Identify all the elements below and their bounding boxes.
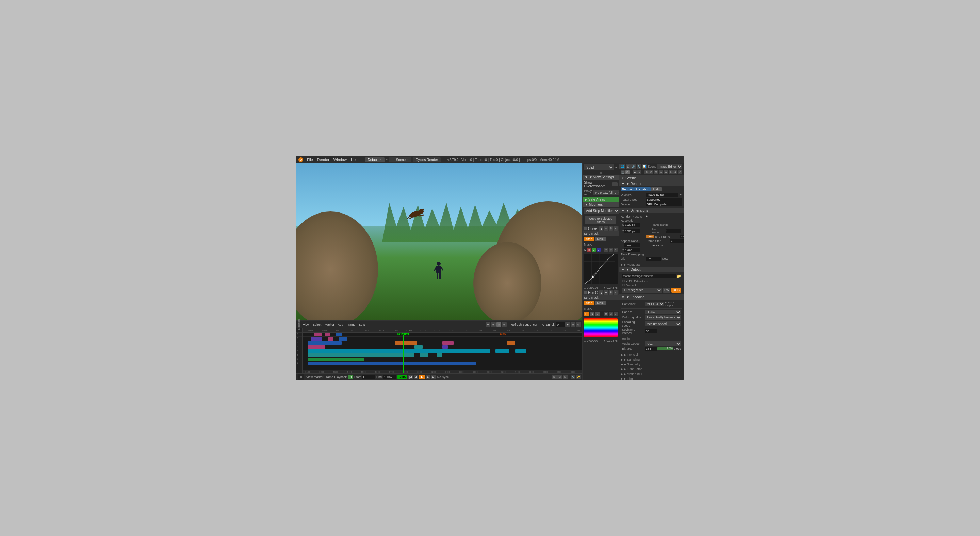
strip-2-1[interactable] (308, 357, 364, 361)
seq-icon-2[interactable]: ⊞ (491, 322, 496, 327)
sampling-section[interactable]: ▶ ▶ Sampling (619, 357, 684, 362)
render-button[interactable]: Render (620, 187, 633, 191)
strip-4-1[interactable] (308, 349, 490, 353)
seq-channel-input[interactable] (556, 322, 565, 327)
strip-8-1[interactable] (314, 333, 322, 337)
mask-btn-2[interactable]: Mask (595, 301, 607, 305)
presets-plus[interactable]: + (646, 215, 648, 218)
old-input[interactable] (646, 257, 661, 260)
hsv-s[interactable]: S (590, 312, 595, 316)
hsv-h[interactable]: H (584, 312, 589, 316)
copy-to-selected-button[interactable]: Copy to Selected Strips (585, 216, 616, 224)
channel-icon-1[interactable]: ⊙ (604, 247, 608, 252)
codec-select[interactable]: H.264 (645, 309, 681, 314)
presets-minus[interactable]: - (648, 215, 649, 218)
acodec-select[interactable]: AAC (645, 341, 681, 346)
strip-5-1[interactable] (308, 345, 325, 349)
encoding-header[interactable]: ▼ ▼ Encoding (619, 295, 684, 300)
hsv-icon-1[interactable]: ⊙ (604, 312, 608, 316)
strip-7-3[interactable] (339, 337, 347, 341)
tl-icon-4[interactable]: 🔧 (571, 375, 576, 379)
percent-badge[interactable]: 100% (646, 235, 654, 238)
track-1[interactable] (302, 361, 582, 365)
motion-blur-section[interactable]: ▶ ▶ Motion Blur (619, 372, 684, 376)
strip-6-4[interactable] (507, 341, 515, 345)
hsv-v[interactable]: V (595, 312, 600, 316)
tab-default-close[interactable]: × (380, 158, 382, 161)
strip-3-2[interactable] (420, 354, 428, 357)
tl-icon-3[interactable]: ⊟ (563, 375, 568, 379)
strip-8-2[interactable] (325, 333, 331, 337)
asp-y-input[interactable] (624, 248, 640, 252)
frame-step-rp[interactable] (670, 239, 684, 243)
tl-icon-2[interactable]: ⊡ (557, 375, 562, 379)
rp-object-icon[interactable]: ⊟ (626, 164, 630, 169)
menu-help[interactable]: Help (349, 157, 360, 163)
menu-render[interactable]: Render (315, 157, 331, 163)
strip-6-2[interactable] (395, 341, 417, 345)
icon-prop6[interactable]: ⊕ (669, 170, 673, 174)
tab-render[interactable]: Cycles Render (413, 157, 441, 163)
icon-render[interactable]: ⊡ (625, 170, 630, 174)
strip-7-1[interactable] (311, 337, 322, 341)
strip-5-2[interactable] (414, 345, 423, 349)
track-8[interactable] (302, 333, 582, 337)
overwrite-check[interactable]: ☑ (622, 283, 625, 287)
track-2[interactable] (302, 357, 582, 361)
tab-default[interactable]: Default × (365, 157, 385, 163)
icon-prop4[interactable]: ⊙ (659, 170, 663, 174)
playback-label[interactable]: Playback (334, 375, 347, 379)
seq-icon-5[interactable]: ▶ (565, 322, 570, 327)
hue-icon-1[interactable]: ▲ (599, 290, 603, 295)
jump-end[interactable]: ▶| (431, 375, 436, 379)
seq-menu-marker[interactable]: Marker (324, 322, 335, 327)
light-paths-section[interactable]: ▶ ▶ Light Paths (619, 367, 684, 372)
viewport[interactable] (296, 163, 582, 321)
icon-prop8[interactable]: ⊘ (678, 170, 682, 174)
icon-anim[interactable]: ▶ (633, 170, 637, 174)
strip-7-2[interactable] (328, 337, 333, 341)
es-select[interactable]: Medium speed (645, 321, 681, 326)
icon-prop1[interactable]: ⊞ (644, 170, 649, 174)
play-button[interactable]: ▶ (419, 375, 425, 379)
icon-prop3[interactable]: ⊡ (654, 170, 658, 174)
strip-1-1[interactable] (308, 362, 476, 365)
curve-icon-1[interactable]: ▲ (599, 227, 603, 231)
seq-menu-view[interactable]: View (302, 322, 310, 327)
strip-3-3[interactable] (437, 354, 442, 357)
channel-icon-2[interactable]: ⊡ (609, 247, 613, 252)
tl-icon-1[interactable]: ⊞ (552, 375, 557, 379)
icon-prop2[interactable]: ⊟ (649, 170, 653, 174)
channel-icon-3[interactable]: × (614, 247, 617, 252)
seq-menu-frame[interactable]: Frame (345, 322, 356, 327)
sidebar-icon[interactable] (600, 172, 602, 174)
format-select[interactable]: FFmpeg video (622, 288, 662, 292)
icon-camera[interactable]: 📷 (620, 170, 625, 174)
channel-b-1[interactable]: B (597, 247, 601, 252)
file-ext-check[interactable]: ☑ (622, 279, 625, 282)
marker-label[interactable]: Marker (314, 375, 323, 379)
seq-icon-1[interactable]: ☰ (485, 322, 490, 327)
strip-8-3[interactable] (336, 333, 342, 337)
bitrate-input[interactable] (645, 347, 657, 351)
safe-areas-header[interactable]: ▶ Safe Areas (582, 197, 619, 202)
start-frame-input[interactable] (362, 375, 375, 379)
rgb-button[interactable]: RGB (671, 288, 681, 292)
freestyle-section[interactable]: ▶ ▶ Freestyle (619, 353, 684, 357)
container-select[interactable]: MPEG-4 (645, 302, 664, 306)
sidebar-toggle[interactable]: ☰ (298, 373, 304, 380)
view-settings-header[interactable]: ▼ ▼ View Settings (582, 175, 619, 180)
tab-scene-close[interactable]: × (407, 158, 409, 161)
rp-constraint-icon[interactable]: 🔗 (631, 164, 636, 169)
add-workspace[interactable]: + (386, 158, 388, 161)
seq-icon-3[interactable]: ⊡ (496, 322, 501, 327)
rp-world-icon[interactable]: 🌐 (620, 164, 625, 169)
menu-window[interactable]: Window (332, 157, 348, 163)
volume-bar[interactable] (657, 347, 673, 350)
track-5[interactable] (302, 345, 582, 349)
output-path-input[interactable]: /home/baker/go/renders/ (622, 274, 676, 278)
channel-r-1[interactable]: R (587, 247, 591, 252)
dimensions-header[interactable]: ▼ ▼ Dimensions (619, 208, 684, 213)
rp-material-icon[interactable]: ⊙ (619, 164, 620, 169)
output-header[interactable]: ▼ ▼ Output (619, 267, 684, 272)
